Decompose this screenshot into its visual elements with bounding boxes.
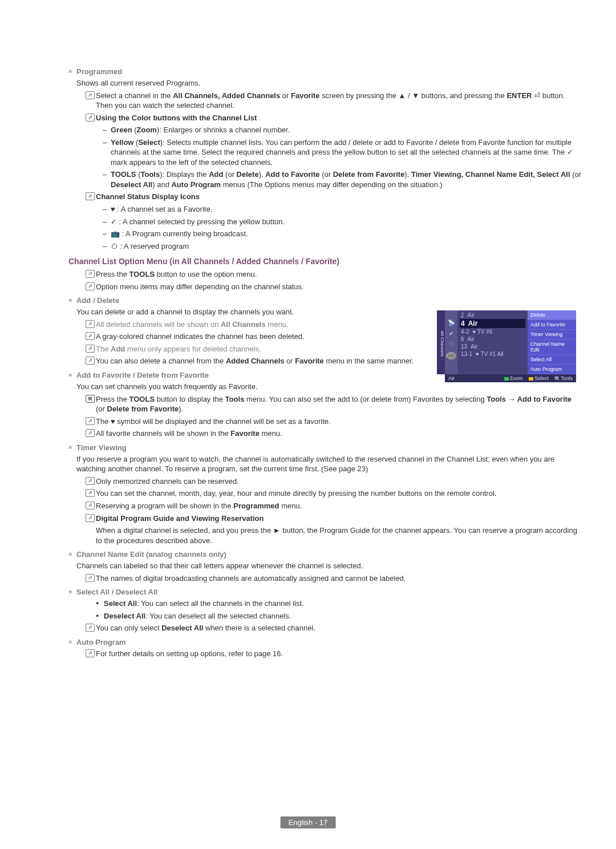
timer-digital-body: When a digital channel is selected, and …: [96, 525, 582, 545]
tv-row: 4-2♥ TV #6: [460, 328, 525, 335]
status-clock: ⏲ : A reserved program: [103, 241, 582, 252]
note-icon: [86, 332, 95, 340]
timer-n1: Only memorized channels can be reserved.: [86, 476, 582, 487]
programmed-title: Programmed: [68, 67, 582, 76]
heart-icon: ♡: [449, 341, 454, 347]
note-icon: [86, 574, 95, 582]
tv-footer-select: Select: [529, 375, 549, 381]
page-footer: English - 17: [281, 816, 336, 828]
tv-menu-name-edit: Channel Name Edit: [528, 339, 576, 355]
select-all-b1: Select All: You can select all the chann…: [96, 599, 582, 609]
status-check: ✓ : A channel selected by pressing the y…: [103, 217, 582, 227]
tv-footer-tools: 🛠 Tools: [554, 375, 573, 381]
using-color-title: Using the Color buttons with the Channel…: [86, 113, 582, 123]
tv-main: 2Air 4Air 4-2♥ TV #6 6Air 13Air 13-1♥ TV…: [457, 310, 576, 374]
tv-menu-auto-program: Auto Program: [528, 365, 576, 374]
note-icon: [86, 320, 95, 328]
check-icon: ✔: [449, 330, 453, 337]
note-icon: [86, 514, 95, 522]
tv-row: 13-1♥ TV #1 All: [460, 350, 525, 358]
note-icon: [86, 192, 95, 200]
name-edit-title: Channel Name Edit (analog channels only): [68, 550, 582, 559]
status-title: Channel Status Display Icons: [86, 192, 582, 202]
note-icon: [86, 91, 95, 99]
note-icon: [86, 502, 95, 510]
timer-n3: Reserving a program will be shown in the…: [86, 501, 582, 511]
note-icon: [86, 429, 95, 437]
note-icon: [86, 270, 95, 278]
favorite-n2: All favorite channels will be shown in t…: [86, 428, 582, 439]
option-note-b: Option menu items may differ depending o…: [86, 282, 582, 292]
option-menu-heading: Channel List Option Menu (in All Channel…: [68, 257, 582, 266]
tv-row: 2Air: [460, 312, 525, 319]
note-icon: [86, 649, 95, 657]
favorite-n1: The ♥ symbol will be displayed and the c…: [86, 417, 582, 427]
tv-context-menu: Delete Add to Favorite Timer Viewing Cha…: [528, 310, 576, 374]
status-heart: ♥ : A channel set as a Favorite.: [103, 204, 582, 215]
programmed-intro: Shows all current reserved Programs.: [76, 78, 582, 88]
tv-footer-zoom: Zoom: [504, 375, 523, 381]
add-delete-n1: All deleted channels will be shown on Al…: [86, 320, 415, 330]
status-broadcast: 📺 : A Program currently being broadcast.: [103, 229, 582, 239]
add-delete-title: Add / Delete: [68, 296, 582, 305]
programmed-note-select: Select a channel in the All Channels, Ad…: [86, 91, 582, 111]
hd-icon: HD: [446, 352, 456, 359]
tv-screenshot: All Channels 📡 ✔ ♡ HD 2Air 4Air 4-2♥ TV …: [445, 310, 576, 382]
note-icon: [86, 357, 95, 365]
tv-row: 6Air: [460, 335, 525, 343]
note-icon: [86, 282, 95, 290]
favorite-intro: You can set channels you watch frequentl…: [76, 382, 582, 392]
add-delete-n4: You can also delete a channel from the A…: [86, 356, 415, 366]
tv-menu-select-all: Select All: [528, 355, 576, 365]
timer-n2: You can set the channel, month, day, yea…: [86, 488, 582, 499]
tv-list: 2Air 4Air 4-2♥ TV #6 6Air 13Air 13-1♥ TV…: [457, 310, 528, 374]
add-delete-n3: The Add menu only appears for deleted ch…: [86, 344, 415, 354]
note-icon: [86, 345, 95, 353]
add-delete-intro: You can delete or add a channel to displ…: [76, 307, 413, 317]
item-green: Green (Zoom): Enlarges or shrinks a chan…: [103, 125, 582, 135]
note-icon: [86, 114, 95, 122]
note-icon: [86, 417, 95, 425]
auto-n1: For further details on setting up option…: [86, 649, 582, 659]
tv-menu-timer: Timer Viewing: [528, 330, 576, 339]
note-icon: [86, 477, 95, 485]
favorite-tool: Press the TOOLS button to display the To…: [86, 394, 582, 414]
add-delete-n2: A gray-colored channel indicates the cha…: [86, 331, 415, 342]
tv-footer: Air Zoom Select 🛠 Tools: [445, 374, 576, 382]
tv-menu-delete: Delete: [528, 310, 576, 320]
tv-row-selected: 4Air: [460, 319, 525, 328]
name-edit-intro: Channels can labeled so that their call …: [76, 561, 582, 571]
tv-footer-air: Air: [448, 375, 455, 381]
timer-intro: If you reserve a program you want to wat…: [76, 454, 582, 474]
auto-title: Auto Program: [68, 638, 582, 646]
item-tools: TOOLS (Tools): Displays the Add (or Dele…: [103, 169, 582, 189]
tools-icon: [86, 395, 95, 403]
antenna-icon: 📡: [448, 320, 455, 326]
tv-sidebar: 📡 ✔ ♡ HD: [445, 310, 457, 374]
note-icon: [86, 624, 95, 632]
item-yellow: Yellow (Select): Selects multiple channe…: [103, 138, 582, 168]
select-all-n1: You can only select Deselect All when th…: [86, 623, 582, 633]
note-icon: [86, 489, 95, 497]
timer-title: Timer Viewing: [68, 443, 582, 452]
name-edit-n1: The names of digital broadcasting channe…: [86, 573, 582, 584]
tv-tab-all-channels: All Channels: [437, 310, 445, 374]
select-all-title: Select All / Deselect All: [68, 588, 582, 596]
select-all-b2: Deselect All: You can deselect all the s…: [96, 611, 582, 621]
tv-row: 13Air: [460, 343, 525, 350]
option-note-a: Press the TOOLS button to use the option…: [86, 269, 582, 280]
tv-menu-add-favorite: Add to Favorite: [528, 320, 576, 330]
timer-digital-title: Digital Program Guide and Viewing Reserv…: [86, 514, 582, 524]
